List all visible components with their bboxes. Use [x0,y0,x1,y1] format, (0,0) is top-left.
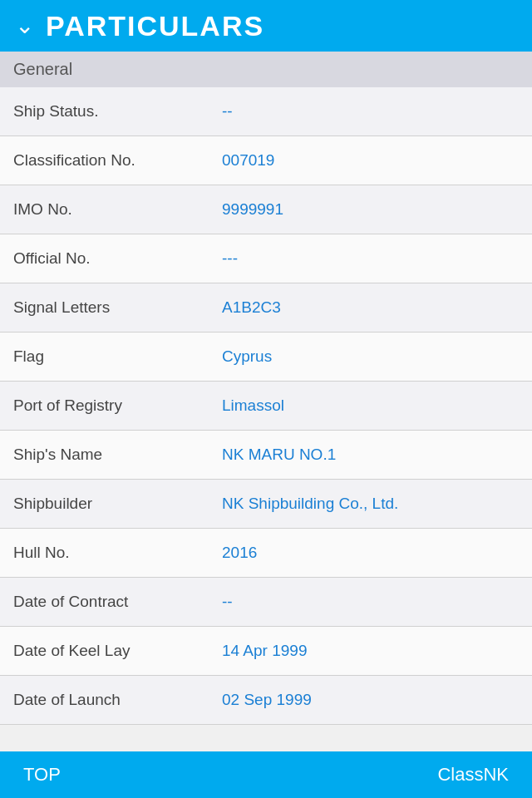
row-label: Date of Contract [0,581,212,623]
top-button[interactable]: TOP [23,764,61,786]
table-row: FlagCyprus [0,332,532,382]
row-value: Limassol [212,385,532,426]
table-row: IMO No.9999991 [0,185,532,234]
row-label: Ship Status. [0,91,212,132]
row-label: Date of Launch [0,679,212,721]
table-row: Date of Launch02 Sep 1999 [0,676,532,725]
table-row: Date of Contract-- [0,578,532,627]
row-label: Shipbuilder [0,483,212,525]
row-value: 2016 [212,532,532,574]
row-value: 007019 [212,140,532,181]
row-value: 14 Apr 1999 [212,630,532,672]
row-label: Hull No. [0,532,212,574]
row-label: Official No. [0,238,212,279]
row-label: Classification No. [0,140,212,181]
row-label: Signal Letters [0,287,212,328]
app-footer: TOP ClassNK [0,751,532,798]
row-label: Date of Keel Lay [0,630,212,672]
table-row: Signal LettersA1B2C3 [0,283,532,332]
page-title: PARTICULARS [46,10,264,42]
row-value: Cyprus [212,336,532,377]
table-row: Date of Keel Lay14 Apr 1999 [0,627,532,676]
row-value: A1B2C3 [212,287,532,328]
row-value: -- [212,581,532,623]
table-row: ShipbuilderNK Shipbuilding Co., Ltd. [0,480,532,529]
table-row: Ship Status.-- [0,87,532,136]
table-row: Classification No.007019 [0,136,532,185]
row-label: Flag [0,336,212,377]
app-header: ⌄ PARTICULARS [0,0,532,52]
row-value: 9999991 [212,189,532,230]
section-general: General [0,52,532,87]
row-label: Port of Registry [0,385,212,426]
classnk-button[interactable]: ClassNK [437,764,509,786]
table-row: Ship's NameNK MARU NO.1 [0,431,532,480]
table-row: Port of RegistryLimassol [0,382,532,431]
row-label: IMO No. [0,189,212,230]
row-label: Ship's Name [0,434,212,475]
row-value: 02 Sep 1999 [212,679,532,721]
table-row: Hull No.2016 [0,529,532,578]
row-value: NK Shipbuilding Co., Ltd. [212,483,532,525]
row-value: -- [212,91,532,132]
row-value: --- [212,238,532,279]
table-row: Official No.--- [0,234,532,283]
chevron-down-icon: ⌄ [15,14,34,37]
row-value: NK MARU NO.1 [212,434,532,475]
particulars-table: General Ship Status.--Classification No.… [0,52,532,751]
